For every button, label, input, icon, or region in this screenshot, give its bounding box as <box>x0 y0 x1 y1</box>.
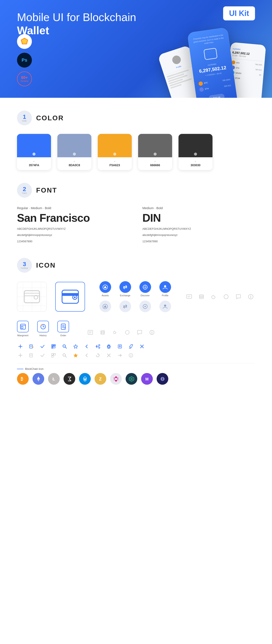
sketch-badge <box>17 34 32 49</box>
section-number-2: 2 TWO <box>17 183 32 198</box>
icon-stack-gray <box>98 328 107 337</box>
icon-arrow-gray <box>116 352 123 359</box>
icon-info <box>246 292 255 301</box>
svg-point-109 <box>114 379 115 380</box>
svg-rect-36 <box>21 326 23 328</box>
crypto-balancer <box>156 373 168 385</box>
icon-profile: Profile <box>158 281 172 297</box>
icon-profile-ghost <box>158 300 172 312</box>
svg-text:₿: ₿ <box>21 376 23 381</box>
crypto-icons-row: ₿ Ł <box>17 373 255 385</box>
icon-reload-gray <box>94 352 101 359</box>
icon-moon <box>210 292 218 301</box>
crypto-zcash-gold: Z <box>94 373 106 385</box>
icon-section: 3 THREE ICON <box>17 258 255 385</box>
svg-point-9 <box>74 296 76 298</box>
icon-search <box>61 343 68 350</box>
small-icons-row-2 <box>17 352 255 359</box>
icon-exchange: Exchange <box>118 281 132 297</box>
section-number-3: 3 THREE <box>17 258 32 273</box>
icon-chevron-left <box>83 343 90 350</box>
phone-mockup-center: Character may be manifested in the great… <box>187 28 238 98</box>
icon-discover: Discover <box>138 281 152 297</box>
icon-chat <box>185 292 194 301</box>
nav-icon-management: Mangment <box>17 321 29 337</box>
crypto-dash <box>79 373 91 385</box>
svg-rect-86 <box>52 356 53 357</box>
color-title: COLOR <box>36 114 64 122</box>
color-section: 1 ONE COLOR # 3574FA # 8DA0C8 <box>17 110 255 170</box>
icon-search-gray <box>61 352 68 359</box>
svg-rect-3 <box>24 291 40 303</box>
section-number-1: 1 ONE <box>17 110 32 126</box>
color-swatch-slate: # 8DA0C8 <box>58 134 92 170</box>
icon-info-gray <box>148 328 156 337</box>
icon-chevron-left-gray <box>83 352 90 359</box>
icon-plus-gray <box>17 352 24 359</box>
icon-list-edit <box>28 343 35 350</box>
icon-plus <box>17 343 24 350</box>
svg-point-49 <box>101 333 104 334</box>
icon-circle-gray <box>123 328 132 337</box>
svg-rect-63 <box>54 345 55 346</box>
svg-point-50 <box>126 330 129 334</box>
svg-text:Ł: Ł <box>52 376 55 381</box>
icon-assets: Assets <box>98 281 112 297</box>
main-content: 1 ONE COLOR # 3574FA # 8DA0C8 <box>0 98 272 410</box>
icon-qr-gray <box>50 352 57 359</box>
icon-stack <box>197 292 206 301</box>
icon-chatbubble-gray <box>135 328 144 337</box>
icon-list-gray <box>86 328 94 337</box>
svg-point-72 <box>98 344 100 346</box>
svg-text:M: M <box>145 377 148 381</box>
screens-badge: 60+ Screens <box>17 72 32 86</box>
icon-title: ICON <box>36 262 56 269</box>
icon-moon-gray <box>111 328 119 337</box>
icon-exchange-ghost <box>118 300 132 312</box>
crypto-matic: M <box>141 373 153 385</box>
svg-rect-6 <box>62 290 78 303</box>
icon-qr <box>50 343 57 350</box>
icon-filled-wallet <box>55 282 85 312</box>
nav-icon-order: Order <box>58 321 69 337</box>
crypto-bitcoin: ₿ <box>17 373 29 385</box>
crypto-ethereum <box>32 373 44 385</box>
icon-swap <box>128 343 134 350</box>
color-swatch-blue: # 3574FA <box>17 134 51 170</box>
icon-settings <box>106 343 112 350</box>
svg-point-22 <box>144 306 146 307</box>
color-swatch-dark: # 303030 <box>178 134 212 170</box>
blockchain-label: BlockChain Icon <box>17 368 255 370</box>
icon-star <box>72 343 79 350</box>
svg-rect-64 <box>52 347 53 348</box>
svg-point-108 <box>117 378 118 379</box>
color-swatch-gray: # 666666 <box>138 134 172 170</box>
svg-point-110 <box>117 379 118 380</box>
svg-marker-89 <box>74 354 78 357</box>
svg-rect-24 <box>186 294 192 298</box>
svg-point-33 <box>250 295 251 296</box>
svg-point-105 <box>115 376 117 378</box>
svg-point-13 <box>144 286 146 288</box>
svg-point-30 <box>224 294 228 299</box>
crypto-zcash-dark <box>64 373 75 385</box>
svg-rect-35 <box>20 326 26 326</box>
svg-point-73 <box>98 347 100 348</box>
font-sf: Regular · Medium · Bold San Francisco AB… <box>17 206 130 245</box>
icon-assets-ghost <box>98 300 112 312</box>
svg-point-95 <box>131 354 131 355</box>
svg-point-107 <box>114 378 115 379</box>
icon-share <box>94 343 101 350</box>
svg-marker-70 <box>74 344 78 348</box>
crypto-kyber <box>126 373 137 385</box>
hero-section: Mobile UI for Blockchain Wallet UI Kit P… <box>0 0 272 98</box>
svg-point-74 <box>108 346 110 347</box>
svg-line-69 <box>65 347 66 348</box>
svg-point-53 <box>152 331 152 332</box>
svg-point-18 <box>164 285 166 287</box>
svg-rect-85 <box>54 354 56 355</box>
icon-chat-bubble <box>234 292 243 301</box>
svg-marker-97 <box>37 376 40 380</box>
icon-close <box>138 343 145 350</box>
ui-kit-badge: UI Kit <box>223 6 255 20</box>
